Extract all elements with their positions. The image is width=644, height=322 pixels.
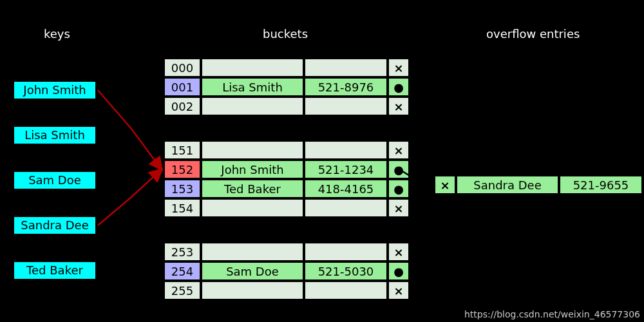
bucket-pointer: × [388, 140, 410, 160]
bucket-row: 255 × [164, 281, 410, 300]
bucket-pointer: ● [388, 160, 410, 179]
key-item: Sandra Dee [13, 216, 97, 235]
key-item: Sam Doe [13, 171, 97, 190]
bucket-index: 255 [164, 281, 201, 300]
bucket-index: 254 [164, 261, 201, 281]
bucket-index: 253 [164, 242, 201, 261]
bucket-name [201, 281, 304, 300]
bucket-group: 253 × 254 Sam Doe 521-5030 ● 255 × [164, 242, 410, 300]
bucket-pointer: × [388, 281, 410, 300]
bucket-row: 152 John Smith 521-1234 ● [164, 160, 410, 179]
key-item: John Smith [13, 80, 97, 100]
key-label: Lisa Smith [24, 128, 85, 142]
bucket-name [201, 140, 304, 160]
bucket-pointer: × [388, 97, 410, 116]
heading-overflow: overflow entries [486, 27, 580, 41]
bucket-name: Lisa Smith [201, 77, 304, 97]
bucket-row: 254 Sam Doe 521-5030 ● [164, 261, 410, 281]
bucket-name: John Smith [201, 160, 304, 179]
bucket-row: 001 Lisa Smith 521-8976 ● [164, 77, 410, 97]
bucket-pointer: × [388, 242, 410, 261]
overflow-value: 521-9655 [559, 175, 643, 194]
bucket-row: 151 × [164, 140, 410, 160]
bucket-value [304, 198, 388, 218]
bucket-row: 253 × [164, 242, 410, 261]
bucket-row: 153 Ted Baker 418-4165 ● [164, 179, 410, 198]
bucket-index: 154 [164, 198, 201, 218]
bucket-row: 002 × [164, 97, 410, 116]
bucket-name [201, 242, 304, 261]
bucket-name: Sam Doe [201, 261, 304, 281]
overflow-pointer: × [434, 175, 456, 194]
key-label: Sam Doe [28, 173, 81, 187]
bucket-group: 000 × 001 Lisa Smith 521-8976 ● 002 × [164, 58, 410, 116]
bucket-value [304, 281, 388, 300]
bucket-pointer: × [388, 58, 410, 77]
heading-keys: keys [44, 27, 70, 41]
key-item: Lisa Smith [13, 126, 97, 145]
bucket-name [201, 198, 304, 218]
key-label: Ted Baker [26, 263, 83, 277]
bucket-value [304, 58, 388, 77]
overflow-entry: × Sandra Dee 521-9655 [434, 175, 643, 194]
bucket-value: 418-4165 [304, 179, 388, 198]
bucket-value: 521-8976 [304, 77, 388, 97]
bucket-index: 152 [164, 160, 201, 179]
bucket-row: 000 × [164, 58, 410, 77]
bucket-index: 153 [164, 179, 201, 198]
bucket-value: 521-1234 [304, 160, 388, 179]
bucket-index: 151 [164, 140, 201, 160]
bucket-pointer: ● [388, 261, 410, 281]
bucket-index: 001 [164, 77, 201, 97]
watermark: https://blog.csdn.net/weixin_46577306 [464, 309, 640, 319]
bucket-pointer: × [388, 198, 410, 218]
bucket-row: 154 × [164, 198, 410, 218]
bucket-name: Ted Baker [201, 179, 304, 198]
arrow-john-smith [98, 90, 161, 169]
arrow-sandra-dee [98, 170, 161, 225]
bucket-value [304, 140, 388, 160]
heading-buckets: buckets [263, 27, 308, 41]
bucket-value [304, 242, 388, 261]
bucket-value [304, 97, 388, 116]
bucket-index: 000 [164, 58, 201, 77]
overflow-name: Sandra Dee [456, 175, 559, 194]
key-label: Sandra Dee [21, 218, 88, 232]
bucket-group: 151 × 152 John Smith 521-1234 ● 153 Ted … [164, 140, 410, 218]
bucket-value: 521-5030 [304, 261, 388, 281]
key-item: Ted Baker [13, 261, 97, 280]
bucket-name [201, 97, 304, 116]
bucket-pointer: ● [388, 77, 410, 97]
bucket-name [201, 58, 304, 77]
key-label: John Smith [23, 83, 86, 97]
bucket-pointer: ● [388, 179, 410, 198]
bucket-index: 002 [164, 97, 201, 116]
